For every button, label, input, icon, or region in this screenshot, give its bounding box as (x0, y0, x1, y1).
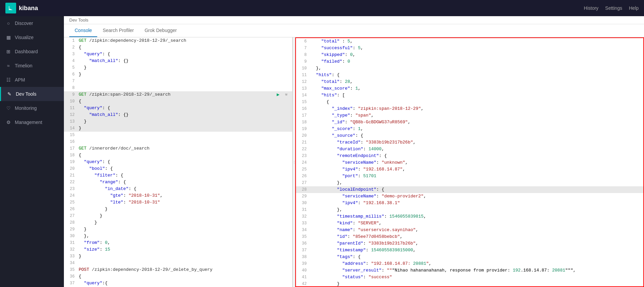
response-line-number: 36 (296, 240, 309, 247)
response-line-number: 38 (296, 254, 309, 260)
sidebar-item-timelion[interactable]: ≈ Timelion (0, 59, 64, 73)
editor-line: 34 (64, 260, 292, 266)
help-link[interactable]: Help (629, 5, 639, 11)
response-line-number: 12 (296, 78, 309, 85)
line-content: "match_all": {} (77, 111, 292, 118)
response-line: 25 "ipv4": "192.168.14.87", (296, 166, 643, 173)
line-content (77, 260, 292, 266)
editor-line: 33} (64, 253, 292, 260)
line-number: 11 (64, 105, 77, 111)
response-pane[interactable]: 6 "total" : 5,7 "successful": 5,8 "skipp… (295, 37, 644, 287)
line-number: 28 (64, 219, 77, 226)
devtools-topbar: Dev Tools (64, 16, 644, 24)
editor-line: 2{ (64, 44, 292, 51)
response-line-number: 40 (296, 267, 309, 274)
response-line-content: "remoteEndpoint": { (309, 153, 643, 159)
editor-line: 28 } (64, 219, 292, 226)
content-area: Dev Tools Console Search Profiler Grok D… (64, 16, 644, 287)
run-button[interactable]: ▶ (275, 91, 281, 98)
editor-line: 25 "lte": "2018-10-31" (64, 199, 292, 206)
tab-search-profiler[interactable]: Search Profiler (97, 24, 139, 37)
line-number: 17 (64, 145, 77, 152)
response-line-number: 41 (296, 274, 309, 281)
settings-button[interactable]: ⚒ (283, 91, 290, 98)
editor-line: 13 } (64, 118, 292, 125)
line-content: "query": { (77, 159, 292, 165)
line-number: 24 (64, 192, 77, 199)
response-line: 13 "max_score": 1, (296, 85, 643, 92)
response-line-number: 15 (296, 99, 309, 105)
line-content: } (77, 206, 292, 213)
line-number: 20 (64, 165, 77, 172)
sidebar-item-visualize[interactable]: ▦ Visualize (0, 30, 64, 44)
response-line: 34 "name": "userservice.saynihao", (296, 227, 643, 233)
response-line-content: "hits": { (309, 72, 643, 78)
response-line-content: "serviceName": "demo-provider2", (309, 193, 643, 200)
response-line-number: 29 (296, 193, 309, 200)
editor-pane[interactable]: 1GET /zipkin:dependency-2018-12-29/_sear… (64, 37, 293, 287)
sidebar-item-devtools[interactable]: ✎ Dev Tools (0, 87, 64, 101)
sidebar-item-dashboard[interactable]: ⊞ Dashboard (0, 44, 64, 59)
response-line-number: 10 (296, 65, 309, 72)
sidebar-item-management[interactable]: ⚙ Management (0, 115, 64, 129)
response-line-number: 39 (296, 260, 309, 267)
response-line-number: 18 (296, 119, 309, 126)
line-content: "match_all": {} (77, 58, 292, 64)
line-content: GET /zipkin:span-2018-12-29/_search (77, 91, 275, 98)
line-content: "from": 0, (77, 240, 292, 246)
line-number: 19 (64, 159, 77, 165)
line-number: 21 (64, 172, 77, 179)
response-line-content: "ipv4": "192.168.38.1" (309, 200, 643, 206)
response-line: 15 { (296, 99, 643, 105)
response-line: 29 "serviceName": "demo-provider2", (296, 193, 643, 200)
line-content: } (77, 253, 292, 260)
response-line: 6 "total" : 5, (296, 38, 643, 45)
editor-line: 22 "range": { (64, 179, 292, 186)
sidebar-item-discover[interactable]: ○ Discover (0, 16, 64, 30)
line-number: 32 (64, 246, 77, 253)
line-number: 23 (64, 186, 77, 192)
sidebar-item-apm[interactable]: ☷ APM (0, 73, 64, 87)
response-line-number: 28 (296, 186, 309, 193)
response-line-number: 13 (296, 85, 309, 92)
line-content: } (77, 125, 292, 132)
line-content: GET /zipkin:dependency-2018-12-29/_searc… (77, 37, 292, 44)
response-line-content: "name": "userservice.saynihao", (309, 227, 643, 233)
response-line-content: "id": "85ee77d0458bebcb", (309, 233, 643, 240)
settings-link[interactable]: Settings (605, 5, 622, 11)
devtools-icon: ✎ (6, 91, 12, 97)
line-number: 3 (64, 51, 77, 58)
line-content: } (77, 219, 292, 226)
tab-console[interactable]: Console (69, 24, 97, 37)
editor-line: 35POST /zipkin:dependency-2018-12-29/_de… (64, 266, 292, 273)
response-line-number: 33 (296, 220, 309, 227)
response-line-content: "kind": "SERVER", (309, 220, 643, 227)
response-line: 24 "serviceName": "unknown", (296, 159, 643, 166)
response-line-number: 21 (296, 139, 309, 146)
line-content: { (77, 98, 292, 105)
response-line-number: 30 (296, 200, 309, 206)
history-link[interactable]: History (584, 5, 599, 11)
response-line-content: "serviceName": "unknown", (309, 159, 643, 166)
response-line: 19 "_score": 1, (296, 126, 643, 132)
sidebar-item-monitoring[interactable]: ♡ Monitoring (0, 101, 64, 115)
editor-line: 36{ (64, 273, 292, 280)
editor-line: 21 "filter": { (64, 172, 292, 179)
line-number: 18 (64, 152, 77, 159)
response-line-content: "parentId": "3383b19b2317b26b", (309, 240, 643, 247)
response-line-content: "timestamp_millis": 1546055839815, (309, 213, 643, 220)
editor-line: 16 (64, 138, 292, 145)
response-line-number: 8 (296, 52, 309, 58)
response-line-number: 17 (296, 112, 309, 119)
response-line-content: "localEndpoint": { (309, 186, 643, 193)
editor-line: 31 "from": 0, (64, 240, 292, 246)
line-number: 31 (64, 240, 77, 246)
response-line-content: } (309, 281, 643, 287)
line-content: "bool": { (77, 165, 292, 172)
timelion-icon: ≈ (5, 63, 11, 69)
response-line-number: 6 (296, 38, 309, 45)
management-icon: ⚙ (5, 119, 11, 125)
line-content (77, 138, 292, 145)
tab-grok-debugger[interactable]: Grok Debugger (139, 24, 182, 37)
apm-icon: ☷ (5, 77, 11, 83)
